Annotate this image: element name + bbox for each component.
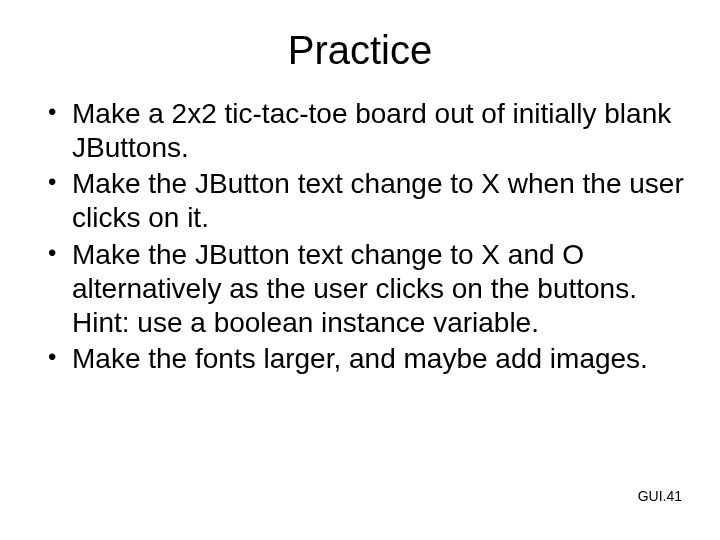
bullet-list: Make a 2x2 tic-tac-toe board out of init… [42,97,690,376]
slide-content: Make a 2x2 tic-tac-toe board out of init… [30,97,690,376]
bullet-item: Make the fonts larger, and maybe add ima… [42,342,690,376]
bullet-item: Make the JButton text change to X and O … [42,238,690,340]
bullet-item: Make a 2x2 tic-tac-toe board out of init… [42,97,690,165]
slide-title: Practice [30,28,690,73]
slide-container: Practice Make a 2x2 tic-tac-toe board ou… [0,0,720,540]
bullet-item: Make the JButton text change to X when t… [42,167,690,235]
slide-footer: GUI.41 [638,488,682,504]
